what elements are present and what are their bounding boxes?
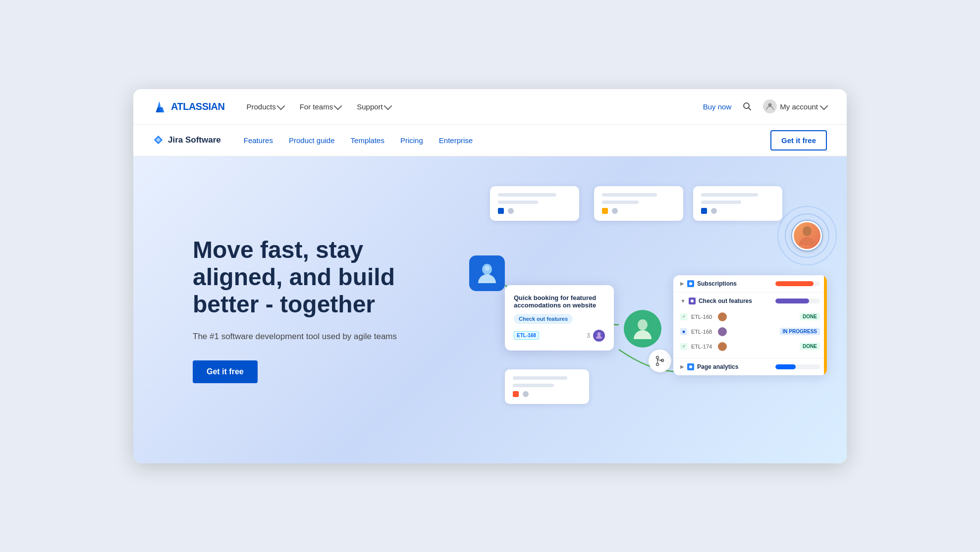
sub-nav-left: Jira Software Features Product guide Tem… [153,132,480,149]
panel-bar-check-out-features [775,299,820,303]
git-merge-icon [654,355,665,366]
sub-nav-link-product-guide[interactable]: Product guide [282,132,342,149]
sub-status-etl-174: DONE [800,343,820,350]
sub-label-etl-168: ETL-168 [691,329,712,335]
atlassian-logo[interactable]: ATLASSIAN [153,100,224,113]
panel-bar-fill-page-analytics [775,364,796,369]
hero-subtitle: The #1 software development tool used by… [193,330,450,343]
sub-nav: Jira Software Features Product guide Tem… [133,125,847,156]
panel-bar-fill-check-out-features [775,299,809,303]
panel-icon-subscriptions [687,280,694,287]
hero-cta-button[interactable]: Get it free [193,360,258,383]
jira-diamond-icon [153,135,164,146]
popup-card-badge: Check out features [514,314,573,324]
avatar-blue-card [469,255,505,291]
panel-section-check-out-features: ▼ Check out features [673,293,827,358]
svg-point-3 [803,226,812,236]
panel-icon-check-out-features [689,298,696,304]
git-merge-icon-circle [649,350,671,372]
sub-avatar-etl-174 [718,342,727,351]
top-nav: ATLASSIAN Products For teams Support Buy… [133,89,847,125]
sub-row-etl-174: ✓ ETL-174 DONE [680,339,820,354]
etl-avatar-icon [596,332,602,339]
ticket-card-1 [490,186,579,221]
chevron-down-icon [820,101,828,110]
svg-point-6 [598,332,601,336]
panel-bar-page-analytics [775,364,820,369]
jira-logo[interactable]: Jira Software [153,135,221,146]
sub-row-etl-160: ✓ ETL-160 DONE [680,309,820,324]
sub-row-etl-168: ■ ETL-168 IN PROGRESS [680,324,820,339]
developer-avatar-icon [476,261,498,285]
green-avatar-icon [631,316,654,341]
jira-product-name: Jira Software [168,135,221,145]
sub-icon-etl-160: ✓ [680,313,687,320]
female-avatar-icon [797,224,817,247]
atlassian-logo-text: ATLASSIAN [171,101,224,112]
get-it-free-button-subnav[interactable]: Get it free [770,130,827,151]
popup-etl-row: ETL-168 3 [514,330,605,342]
expand-icon-subscriptions: ▶ [680,281,684,286]
collapse-icon-check-out-features: ▼ [680,298,686,304]
nav-link-for-teams[interactable]: For teams [294,99,347,115]
hero-section: Move fast, stay aligned, and build bette… [133,156,847,463]
search-icon [742,101,752,111]
avatar-female [792,221,822,251]
sub-nav-link-features[interactable]: Features [237,132,280,149]
top-nav-links: Products For teams Support [240,99,396,115]
ripple-circles [777,206,837,265]
ticket-card-bottom [505,369,589,404]
svg-point-7 [638,319,648,330]
top-nav-left: ATLASSIAN Products For teams Support [153,99,397,115]
etl-avatar [593,330,605,342]
popup-ticket-card: Quick booking for featured accomodations… [505,285,614,351]
ticket-card-2 [594,186,683,221]
panel-bar-fill-subscriptions [775,281,814,286]
yellow-accent-bar [824,275,827,375]
popup-card-title: Quick booking for featured accomodations… [514,294,605,309]
panel-icon-page-analytics [687,363,694,370]
panel-label-check-out-features: Check out features [699,298,752,304]
etl-count: 3 [587,332,590,339]
my-account-button[interactable]: My account [763,100,827,113]
user-icon [765,102,774,111]
sub-avatar-etl-160 [718,312,727,321]
nav-link-products[interactable]: Products [240,99,289,115]
sub-nav-links: Features Product guide Templates Pricing… [237,132,480,149]
sub-avatar-etl-168 [718,327,727,336]
nav-link-support[interactable]: Support [351,99,397,115]
browser-window: ATLASSIAN Products For teams Support Buy… [133,89,847,463]
atlassian-logo-icon [153,100,167,113]
right-panel: ▶ Subscriptions [673,275,827,375]
panel-row-check-out-features: ▼ Check out features [673,293,827,309]
panel-row-page-analytics: ▶ Page analytics [673,358,827,375]
panel-label-subscriptions: Subscriptions [697,280,737,287]
panel-sub-items: ✓ ETL-160 DONE ■ ETL-168 IN PROGRESS [673,309,827,358]
hero-title: Move fast, stay aligned, and build bette… [193,236,450,318]
sub-nav-link-enterprise[interactable]: Enterprise [432,132,480,149]
avatar-green-circle [624,310,661,348]
svg-line-1 [749,108,751,110]
sub-label-etl-160: ETL-160 [691,314,712,320]
chevron-down-icon [334,101,342,110]
top-nav-right: Buy now My account [703,99,827,114]
panel-bar-subscriptions [775,281,820,286]
panel-row-subscriptions: ▶ Subscriptions [673,275,827,293]
etl-badge: ETL-168 [514,331,539,340]
hero-illustration: Quick booking for featured accomodations… [460,156,847,463]
sub-status-etl-160: DONE [800,313,820,320]
buy-now-link[interactable]: Buy now [703,102,732,111]
expand-icon-page-analytics: ▶ [680,364,684,369]
account-avatar-icon [763,100,777,113]
ticket-card-3 [693,186,782,221]
sub-nav-link-pricing[interactable]: Pricing [393,132,430,149]
sub-icon-etl-168: ■ [680,328,687,335]
svg-point-5 [485,266,490,271]
panel-label-page-analytics: Page analytics [697,363,738,370]
search-button[interactable] [739,99,755,114]
sub-label-etl-174: ETL-174 [691,344,712,350]
sub-icon-etl-174: ✓ [680,343,687,350]
hero-content: Move fast, stay aligned, and build bette… [193,236,450,383]
sub-nav-link-templates[interactable]: Templates [344,132,391,149]
chevron-down-icon [276,101,285,110]
